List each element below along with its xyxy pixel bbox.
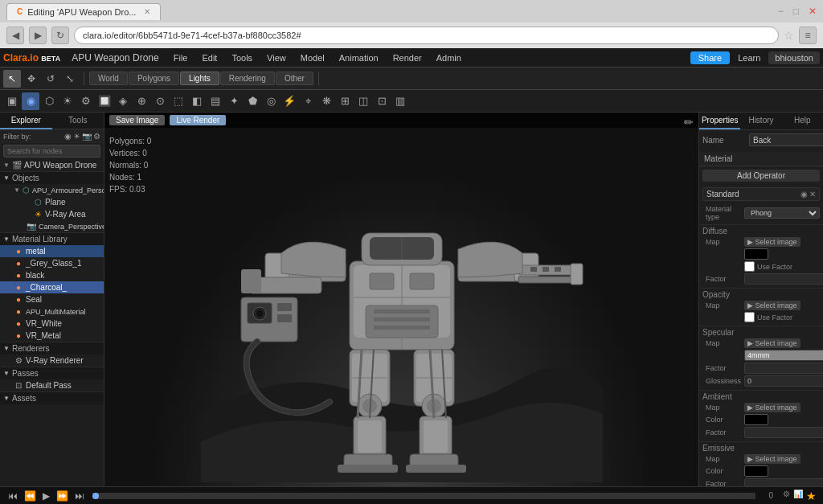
tab-tools[interactable]: Tools [52, 113, 104, 129]
tree-apu[interactable]: ▼ ⬡ APU_Armoured_Personnel_U... [0, 184, 104, 196]
forward-btn[interactable]: ▶ [29, 27, 47, 44]
opacity-use-factor-check[interactable] [744, 312, 755, 322]
tree-plane[interactable]: ⬡ Plane [0, 196, 104, 208]
diffuse-map-btn[interactable]: ▶ Select image [744, 237, 800, 247]
tool-icon-14[interactable]: ⬟ [244, 92, 261, 110]
select-tool-btn[interactable]: ↖ [3, 70, 21, 88]
tab-rendering[interactable]: Rendering [220, 72, 275, 85]
filter-icon-4[interactable]: ⚙ [93, 132, 100, 141]
tree-vray-renderer[interactable]: ⚙ V-Ray Renderer [0, 354, 104, 367]
playback-last-btn[interactable]: ⏭ [73, 490, 86, 502]
tree-charcoal[interactable]: ● _Charcoal_ [0, 281, 104, 293]
tab-lights[interactable]: Lights [180, 72, 219, 85]
tab-explorer[interactable]: Explorer [0, 113, 52, 129]
tool-icon-7[interactable]: ◈ [114, 92, 132, 110]
tool-icon-13[interactable]: ✦ [225, 92, 243, 110]
tree-camera[interactable]: 📷 Camera_Perspective3 [0, 220, 104, 232]
tool-icon-16[interactable]: ⚡ [280, 92, 298, 110]
add-operator-button[interactable]: Add Operator [702, 170, 820, 182]
tab-properties[interactable]: Properties [699, 113, 740, 129]
playback-prev-btn[interactable]: ⏪ [23, 490, 38, 502]
tool-icon-5[interactable]: ⚙ [77, 92, 95, 110]
tree-vray-area[interactable]: ☀ V-Ray Area [0, 208, 104, 220]
close-material-icon[interactable]: ✕ [809, 190, 816, 199]
section-objects[interactable]: ▼ Objects [0, 171, 104, 184]
playback-next-btn[interactable]: ⏩ [55, 490, 70, 502]
back-btn[interactable]: ◀ [6, 27, 24, 44]
tree-apu-multi[interactable]: ● APU_MultiMaterial [0, 305, 104, 318]
name-input[interactable] [749, 133, 823, 146]
address-bar[interactable] [74, 27, 779, 44]
minimize-icon[interactable]: − [778, 6, 784, 17]
playback-first-btn[interactable]: ⏮ [6, 490, 19, 502]
tree-seal[interactable]: ● Seal [0, 293, 104, 305]
tool-icon-8[interactable]: ⊕ [133, 92, 150, 110]
tool-icon-11[interactable]: ◧ [188, 92, 206, 110]
bottom-icon-2[interactable]: 📊 [793, 490, 803, 502]
section-assets[interactable]: ▼ Assets [0, 391, 104, 404]
diffuse-use-factor-check[interactable] [744, 261, 755, 272]
opacity-map-btn[interactable]: ▶ Select image [744, 301, 800, 310]
tool-icon-19[interactable]: ⊞ [336, 92, 354, 110]
tree-default-pass[interactable]: ⊡ Default Pass [0, 379, 104, 391]
menu-animation[interactable]: Animation [333, 51, 385, 64]
tool-icon-2[interactable]: ◉ [22, 92, 39, 110]
filter-icon-2[interactable]: ☀ [73, 132, 80, 141]
bottom-star-icon[interactable]: ★ [806, 490, 817, 502]
menu-tools[interactable]: Tools [225, 51, 259, 64]
tree-root[interactable]: ▼ 🎬 APU Weapon Drone [0, 159, 104, 171]
section-materials[interactable]: ▼ Material Library [0, 232, 104, 245]
maximize-icon[interactable]: □ [793, 6, 799, 17]
close-icon[interactable]: ✕ [809, 6, 817, 17]
tab-polygons[interactable]: Polygons [129, 72, 179, 85]
scale-tool-btn[interactable]: ⤡ [61, 70, 79, 88]
specular-gloss-input[interactable] [744, 375, 823, 387]
tool-icon-17[interactable]: ⌖ [299, 92, 317, 110]
viewport-edit-btn[interactable]: ✏ [684, 116, 694, 129]
emissive-color-swatch[interactable] [744, 465, 768, 477]
tab-other[interactable]: Other [276, 72, 313, 85]
menu-edit[interactable]: Edit [195, 51, 223, 64]
filter-icon-3[interactable]: 📷 [82, 132, 92, 141]
tool-icon-22[interactable]: ▥ [391, 92, 409, 110]
user-button[interactable]: bhiouston [768, 51, 820, 64]
eye-icon[interactable]: ◉ [800, 190, 808, 199]
playback-play-btn[interactable]: ▶ [41, 490, 51, 502]
tool-icon-21[interactable]: ⊡ [373, 92, 391, 110]
tool-icon-12[interactable]: ▤ [207, 92, 224, 110]
browser-tab[interactable]: C Editing 'APU Weapon Dro... ✕ [6, 3, 161, 20]
tool-icon-18[interactable]: ❋ [317, 92, 335, 110]
move-tool-btn[interactable]: ✥ [23, 70, 40, 88]
tool-icon-15[interactable]: ◎ [262, 92, 280, 110]
ambient-map-btn[interactable]: ▶ Select image [744, 403, 800, 412]
learn-button[interactable]: Learn [731, 51, 767, 64]
material-type-select[interactable]: Phong [744, 207, 820, 219]
reload-btn[interactable]: ↻ [51, 27, 69, 44]
menu-file[interactable]: File [167, 51, 194, 64]
specular-factor-input[interactable] [744, 363, 823, 374]
emissive-map-btn[interactable]: ▶ Select image [744, 454, 800, 464]
share-button[interactable]: Share [690, 51, 730, 64]
tree-black[interactable]: ● black [0, 269, 104, 281]
viewport[interactable]: Save Image Live Render Polygons: 0 Verti… [104, 113, 698, 486]
timeline-thumb[interactable] [92, 493, 99, 499]
section-renderers[interactable]: ▼ Renderers [0, 342, 104, 354]
tool-icon-3[interactable]: ⬡ [40, 92, 58, 110]
diffuse-color-swatch[interactable] [744, 248, 768, 260]
tab-history[interactable]: History [740, 113, 781, 129]
tab-help[interactable]: Help [782, 113, 823, 129]
section-passes[interactable]: ▼ Passes [0, 367, 104, 379]
specular-map-btn[interactable]: ▶ Select image [744, 338, 800, 348]
timeline[interactable] [92, 493, 755, 499]
menu-model[interactable]: Model [294, 51, 331, 64]
tool-icon-20[interactable]: ◫ [354, 92, 372, 110]
live-render-btn[interactable]: Live Render [170, 115, 226, 125]
tool-icon-1[interactable]: ▣ [3, 92, 21, 110]
bottom-icon-1[interactable]: ⚙ [783, 490, 790, 502]
tool-icon-4[interactable]: ☀ [59, 92, 76, 110]
tool-icon-6[interactable]: 🔲 [96, 92, 113, 110]
diffuse-factor-input[interactable] [744, 273, 823, 285]
menu-admin[interactable]: Admin [430, 51, 468, 64]
filter-icon-1[interactable]: ◉ [64, 132, 72, 141]
specular-color-input[interactable] [744, 350, 823, 361]
